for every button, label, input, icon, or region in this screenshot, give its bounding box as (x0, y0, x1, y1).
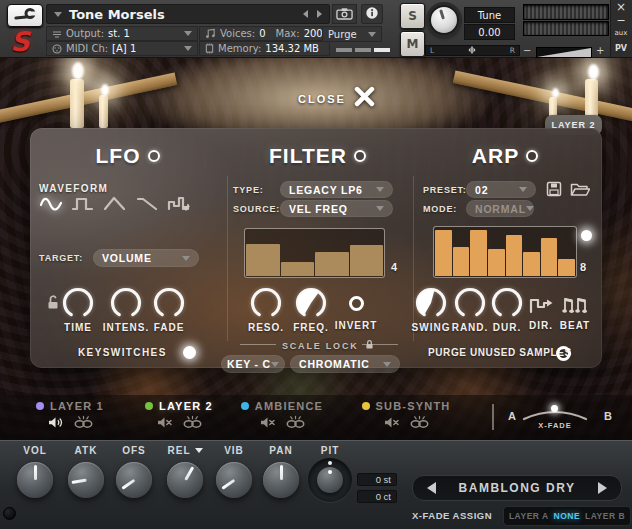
info-button[interactable] (361, 4, 383, 24)
tune-value-box[interactable]: 0.00 (464, 24, 515, 40)
knob-pointer (121, 479, 135, 490)
pan-right-label: R (510, 46, 515, 55)
pitch-semitone-box[interactable]: 0 st (357, 473, 397, 486)
knob-cap[interactable] (167, 462, 203, 498)
link-chain-icon[interactable] (73, 415, 94, 433)
arp-knobs: SWINGRAND.DUR.DIR.BEAT (30, 128, 602, 368)
tune-label-box: Tune (464, 7, 515, 23)
solo-button[interactable]: S (400, 3, 425, 29)
sample-selector[interactable]: BAMBLONG DRY (412, 475, 622, 501)
assign-option-layer-a[interactable]: LAYER A (509, 511, 549, 521)
memory-value: 134.32 MB (265, 43, 319, 54)
minimize-instrument-button[interactable]: − (610, 14, 632, 27)
volume-slider[interactable] (536, 47, 592, 58)
mute-button[interactable]: M (400, 31, 425, 57)
pitch-cent-box[interactable]: 0 ct (357, 490, 397, 503)
speaker-muted-icon[interactable] (259, 415, 276, 433)
layer-tab-label: LAYER 1 (50, 400, 104, 412)
xfade-widget: A X-FADE B (500, 402, 620, 436)
assign-option-layer-b[interactable]: LAYER B (585, 511, 625, 521)
pitch-knob-pointer (328, 470, 332, 474)
voices-value: 0 (259, 28, 265, 39)
close-button[interactable]: CLOSE (298, 86, 375, 111)
purge-menu[interactable]: Purge (322, 26, 382, 42)
bottom-knob-label: VIB (224, 445, 244, 456)
link-chain-icon[interactable] (409, 415, 430, 433)
knob-cap[interactable] (116, 462, 152, 498)
knob-pointer (184, 466, 194, 480)
layer-tab-label: AMBIENCE (255, 400, 323, 412)
voices-display: Voices: 0 Max: 200 (199, 26, 330, 41)
layer-tab-header: AMBIENCE (241, 400, 323, 412)
link-chain-icon[interactable] (182, 415, 203, 433)
arp-knob-beat[interactable]: BEAT (543, 286, 607, 331)
remove-instrument-button[interactable]: × (610, 0, 632, 14)
next-instrument-icon[interactable] (317, 10, 322, 18)
tune-label: Tune (478, 10, 501, 21)
knob-pointer (221, 479, 235, 490)
output-selector[interactable]: Output: st. 1 (46, 26, 198, 41)
wrench-icon (13, 6, 37, 25)
memory-icon (205, 43, 214, 54)
instrument-dropdown-icon[interactable] (54, 12, 62, 17)
tune-knob[interactable] (429, 5, 459, 35)
next-sample-icon[interactable] (598, 482, 607, 494)
info-icon (365, 5, 379, 24)
layer-tab-3[interactable]: AMBIENCE (237, 400, 327, 433)
speaker-muted-icon[interactable] (383, 415, 400, 433)
midi-label: MIDI Ch: (66, 43, 108, 54)
sample-name: BAMBLONG DRY (459, 481, 576, 495)
layer-tab-1[interactable]: LAYER 1 (30, 400, 110, 433)
prev-sample-icon[interactable] (427, 482, 436, 494)
midi-icon (52, 44, 62, 54)
knob-cap[interactable] (216, 462, 252, 498)
pan-slider[interactable]: L R (425, 45, 520, 56)
instrument-title-bar[interactable]: Tone Morsels (46, 4, 330, 24)
pan-center-icon (465, 46, 479, 56)
voices-label: Voices: (220, 28, 255, 39)
knob-cap[interactable] (68, 462, 104, 498)
pitch-knob-cap[interactable] (317, 467, 343, 493)
strip-divider (492, 404, 494, 430)
pitch-cent-value: 0 ct (376, 491, 391, 502)
pitch-knob-led (328, 461, 332, 465)
xfade-b-label: B (604, 410, 612, 422)
midi-channel-selector[interactable]: MIDI Ch: [A] 1 (46, 41, 198, 56)
layer-tab-icons (259, 415, 306, 433)
level-meter-right (523, 21, 609, 36)
layer-tab-4[interactable]: SUB-SYNTH (358, 400, 454, 433)
bottom-knob-pit[interactable]: PIT (298, 445, 362, 502)
bottom-knob-label-text: VIB (224, 445, 244, 456)
speaker-on-icon[interactable] (47, 415, 64, 433)
xfade-handle[interactable] (551, 405, 558, 412)
assign-option-none[interactable]: NONE (554, 511, 581, 521)
xfade-assign-selector: LAYER ANONELAYER B (503, 506, 631, 526)
candle (99, 95, 108, 128)
layer-tab-header: LAYER 2 (145, 400, 213, 412)
purge-unused-toggle[interactable] (556, 346, 571, 361)
kontakt-window: CLOSE LAYER 2 LFO WAVEFORM TARGET: VOLUM… (0, 0, 632, 529)
close-label: CLOSE (298, 93, 346, 105)
wrench-button[interactable] (7, 4, 43, 27)
candle (70, 79, 84, 128)
layer-tab-2[interactable]: LAYER 2 (133, 400, 225, 433)
knob-cap[interactable] (263, 462, 299, 498)
aux-button[interactable]: aux (610, 29, 632, 37)
bottom-knob-label-text: REL (168, 445, 191, 456)
knob-cap[interactable] (17, 462, 53, 498)
layer-tab-header: LAYER 1 (36, 400, 104, 412)
bottom-knob-label: REL (168, 445, 203, 456)
volume-plus-label[interactable]: + (596, 45, 604, 56)
volume-minus-label[interactable]: − (523, 45, 531, 56)
pv-button[interactable]: PV (610, 44, 632, 53)
prev-instrument-icon[interactable] (303, 10, 308, 18)
layer-tab-icons (156, 415, 203, 433)
snapshot-camera-button[interactable] (332, 4, 357, 24)
wood-beam-right (453, 70, 632, 122)
layer-color-dot (362, 402, 370, 410)
bottom-knob-label: VOL (23, 445, 47, 456)
layer-tab-label: SUB-SYNTH (376, 400, 451, 412)
kontakt-header: S Tone Morsels Output: st. 1 MIDI Ch: [A… (0, 0, 632, 58)
link-chain-icon[interactable] (285, 415, 306, 433)
speaker-muted-icon[interactable] (156, 415, 173, 433)
